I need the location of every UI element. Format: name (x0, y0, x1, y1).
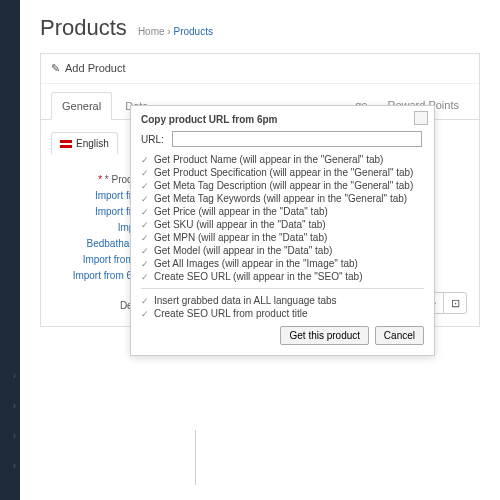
pencil-icon: ✎ (51, 62, 60, 74)
cancel-button[interactable]: Cancel (375, 326, 424, 345)
option-check[interactable]: Get Model (will appear in the "Data" tab… (141, 244, 424, 257)
url-label: URL: (141, 134, 169, 145)
close-icon[interactable] (414, 111, 428, 125)
chevron-right-icon[interactable]: › (13, 460, 16, 471)
option-check[interactable]: Get Meta Tag Keywords (will appear in th… (141, 192, 424, 205)
modal-title: Copy product URL from 6pm (141, 114, 424, 125)
chevron-right-icon[interactable]: › (13, 370, 16, 381)
copy-url-modal: Copy product URL from 6pm URL: Get Produ… (130, 105, 435, 356)
page-title: Products (40, 15, 127, 41)
breadcrumb: Home › Products (138, 26, 213, 37)
breadcrumb-home[interactable]: Home (138, 26, 165, 37)
url-input[interactable] (172, 131, 422, 147)
tab-general[interactable]: General (51, 92, 112, 120)
get-product-button[interactable]: Get this product (280, 326, 369, 345)
chevron-right-icon[interactable]: › (13, 430, 16, 441)
option-check[interactable]: Get MPN (will appear in the "Data" tab) (141, 231, 424, 244)
required-star: * (98, 174, 102, 185)
chevron-right-icon[interactable]: › (13, 400, 16, 411)
option-check[interactable]: Get Product Specification (will appear i… (141, 166, 424, 179)
option-check[interactable]: Get Price (will appear in the "Data" tab… (141, 205, 424, 218)
options-list-2: Insert grabbed data in ALL language tabs… (141, 294, 424, 320)
language-tab-english[interactable]: English (51, 132, 118, 154)
option-check[interactable]: Insert grabbed data in ALL language tabs (141, 294, 424, 307)
toolbar-image-icon[interactable]: ⊡ (444, 293, 466, 313)
option-check[interactable]: Create SEO URL from product title (141, 307, 424, 320)
admin-sidebar: › › › › (0, 0, 20, 500)
option-check[interactable]: Get Product Name (will appear in the "Ge… (141, 153, 424, 166)
option-check[interactable]: Get All Images (will appear in the "Imag… (141, 257, 424, 270)
option-check[interactable]: Get Meta Tag Description (will appear in… (141, 179, 424, 192)
panel-heading: ✎Add Product (41, 54, 479, 84)
flag-icon (60, 140, 72, 148)
editor-divider (195, 430, 196, 485)
divider (141, 288, 424, 289)
options-list: Get Product Name (will appear in the "Ge… (141, 153, 424, 283)
breadcrumb-current[interactable]: Products (173, 26, 212, 37)
option-check[interactable]: Create SEO URL (will appear in the "SEO"… (141, 270, 424, 283)
option-check[interactable]: Get SKU (will appear in the "Data" tab) (141, 218, 424, 231)
